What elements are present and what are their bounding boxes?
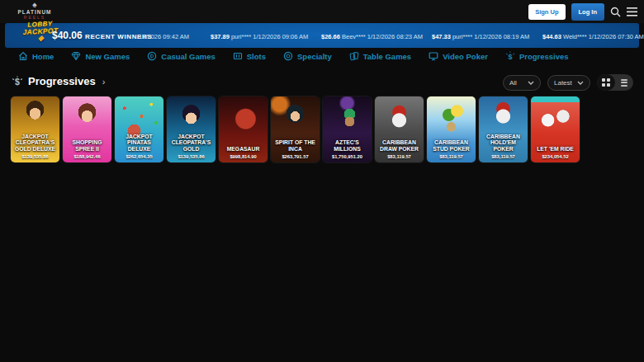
game-card-spirit-of-the-inca[interactable]: Spirit of the Inca $263,791.57 bbox=[271, 96, 320, 162]
winner-entry: /12/2026 09:42 AM bbox=[135, 33, 189, 40]
game-title: Jackpot Cleopatra's Gold Deluxe bbox=[12, 134, 58, 152]
grid-view-button[interactable] bbox=[597, 74, 615, 91]
game-card-aztecs-millions[interactable]: Aztec's Millions $1,750,951.20 bbox=[323, 96, 372, 162]
search-icon[interactable] bbox=[610, 7, 621, 17]
game-jackpot-amount: $188,942.46 bbox=[64, 154, 110, 159]
game-jackpot-amount: $1,750,951.20 bbox=[324, 154, 370, 159]
winner-amount: $26.66 bbox=[321, 33, 340, 40]
progressives-section-header[interactable]: $ Progressives › bbox=[12, 75, 105, 87]
login-button[interactable]: Log In bbox=[571, 3, 605, 21]
progressives-section-icon: $ bbox=[12, 76, 23, 87]
svg-text:$: $ bbox=[508, 53, 512, 61]
view-toggle bbox=[597, 74, 633, 91]
nav-item-specialty[interactable]: Specialty bbox=[283, 51, 332, 61]
game-card-jackpot-cleopatras-gold-deluxe[interactable]: Jackpot Cleopatra's Gold Deluxe $139,535… bbox=[11, 96, 59, 162]
nav-label: Casual Games bbox=[161, 52, 215, 61]
casual-games-icon bbox=[147, 51, 157, 61]
game-jackpot-amount: $234,054.52 bbox=[533, 154, 578, 159]
nav-item-progressives[interactable]: $ Progressives bbox=[505, 51, 569, 61]
game-title: Megasaur bbox=[220, 146, 266, 152]
chevron-right-icon[interactable]: › bbox=[102, 77, 106, 87]
nav-label: Slots bbox=[247, 52, 266, 61]
nav-label: Video Poker bbox=[443, 52, 488, 61]
home-icon bbox=[18, 51, 28, 61]
game-card-shopping-spree-ii[interactable]: Shopping Spree II $188,942.46 bbox=[63, 96, 111, 162]
sort-filter-value: Latest bbox=[554, 79, 572, 87]
game-title: Jackpot Pinatas Deluxe bbox=[116, 134, 162, 152]
nav-item-table-games[interactable]: Table Games bbox=[349, 51, 411, 61]
winner-entry: $26.66Beev**** 1/12/2026 08:23 AM bbox=[321, 33, 423, 40]
winner-entry: $44.63Weld**** 1/12/2026 07:30 AM bbox=[542, 33, 644, 40]
game-title: Caribbean Draw Poker bbox=[376, 139, 422, 152]
game-card-jackpot-cleopatras-gold[interactable]: Jackpot Cleopatra's Gold $139,535.86 bbox=[167, 96, 215, 162]
game-jackpot-amount: $262,654.35 bbox=[116, 154, 162, 159]
winner-amount: $47.33 bbox=[432, 33, 451, 40]
game-jackpot-amount: $263,791.57 bbox=[272, 154, 318, 159]
game-card-caribbean-stud-poker[interactable]: Caribbean Stud Poker $83,119.57 bbox=[427, 96, 476, 162]
nav-label: Progressives bbox=[519, 52, 569, 61]
main-nav: Home New Games Casual Games Slots Specia… bbox=[18, 51, 569, 61]
list-view-button[interactable] bbox=[615, 74, 633, 91]
page-title: Progressives bbox=[28, 75, 96, 87]
brand-sub: REELS bbox=[13, 16, 56, 20]
game-card-let-em-ride[interactable]: Let 'Em Ride $234,054.52 bbox=[531, 96, 580, 162]
nav-label: Table Games bbox=[363, 52, 411, 61]
nav-item-home[interactable]: Home bbox=[18, 51, 54, 61]
winner-entry: $37.89puri**** 1/12/2026 09:06 AM bbox=[211, 33, 308, 40]
video-poker-icon bbox=[429, 51, 438, 61]
list-icon bbox=[621, 79, 627, 87]
gem-icon bbox=[71, 51, 81, 61]
game-card-caribbean-draw-poker[interactable]: Caribbean Draw Poker $83,119.57 bbox=[375, 96, 424, 162]
svg-text:$: $ bbox=[15, 77, 20, 87]
header-actions: Sign Up Log In bbox=[528, 0, 637, 23]
winner-entry: $47.33puri**** 1/12/2026 08:19 AM bbox=[432, 33, 529, 40]
game-card-jackpot-pinatas-deluxe[interactable]: Jackpot Pinatas Deluxe $262,654.35 bbox=[115, 96, 163, 162]
nav-item-slots[interactable]: Slots bbox=[233, 51, 266, 61]
game-jackpot-amount: $139,535.86 bbox=[12, 154, 58, 159]
nav-item-new-games[interactable]: New Games bbox=[71, 51, 130, 61]
nav-label: New Games bbox=[85, 52, 130, 61]
game-card-caribbean-holdem-poker[interactable]: Caribbean Hold'em Poker $83,119.57 bbox=[479, 96, 528, 162]
filter-controls: All Latest bbox=[503, 74, 633, 91]
winner-time: /12/2026 09:42 AM bbox=[137, 33, 189, 40]
slots-icon bbox=[233, 51, 243, 61]
game-jackpot-amount: $83,119.57 bbox=[481, 154, 526, 159]
top-header: ♠ PLATINUM REELS Sign Up Log In bbox=[0, 0, 644, 23]
game-title: Caribbean Hold'em Poker bbox=[481, 134, 526, 152]
sort-filter-dropdown[interactable]: Latest bbox=[547, 75, 590, 91]
nav-label: Home bbox=[32, 52, 54, 61]
winner-time: 1/12/2026 08:23 AM bbox=[367, 33, 423, 40]
winner-name: Beev**** bbox=[342, 33, 366, 40]
casino-logo[interactable]: ♠ PLATINUM REELS bbox=[13, 1, 56, 20]
nav-item-video-poker[interactable]: Video Poker bbox=[429, 51, 488, 61]
lobby-jackpot-amount: $40.06 bbox=[52, 30, 83, 41]
menu-icon[interactable] bbox=[627, 7, 637, 16]
winner-time: 1/12/2026 07:30 AM bbox=[589, 33, 644, 40]
winner-amount: $44.63 bbox=[542, 33, 561, 40]
game-jackpot-amount: $139,535.86 bbox=[168, 154, 214, 159]
winner-amount: $37.89 bbox=[211, 33, 230, 40]
nav-label: Specialty bbox=[297, 52, 332, 61]
game-jackpot-amount: $83,119.57 bbox=[376, 154, 422, 159]
game-title: Let 'Em Ride bbox=[533, 146, 578, 152]
progressives-icon: $ bbox=[505, 51, 515, 61]
specialty-icon bbox=[283, 51, 293, 61]
nav-item-casual-games[interactable]: Casual Games bbox=[147, 51, 215, 61]
game-jackpot-amount: $83,119.57 bbox=[429, 154, 474, 159]
game-title: Jackpot Cleopatra's Gold bbox=[168, 134, 214, 152]
game-title: Aztec's Millions bbox=[324, 139, 370, 152]
chevron-down-icon bbox=[577, 81, 584, 85]
cards-icon bbox=[349, 51, 359, 61]
progressives-game-grid: Jackpot Cleopatra's Gold Deluxe $139,535… bbox=[11, 96, 580, 162]
winner-name: puri**** bbox=[452, 33, 472, 40]
jackpot-ticker-bar: LOBBY JACKPOT ◆ $40.06 RECENT WINNERS /1… bbox=[5, 23, 639, 48]
signup-button[interactable]: Sign Up bbox=[528, 4, 565, 20]
winner-name: Weld**** bbox=[563, 33, 587, 40]
winner-time: 1/12/2026 08:19 AM bbox=[474, 33, 529, 40]
game-card-megasaur[interactable]: Megasaur $998,814.90 bbox=[219, 96, 268, 162]
category-filter-dropdown[interactable]: All bbox=[503, 75, 541, 91]
game-title: Shopping Spree II bbox=[64, 139, 110, 152]
game-title: Caribbean Stud Poker bbox=[429, 139, 474, 152]
chevron-down-icon bbox=[528, 81, 534, 85]
winner-time: 1/12/2026 09:06 AM bbox=[253, 33, 308, 40]
